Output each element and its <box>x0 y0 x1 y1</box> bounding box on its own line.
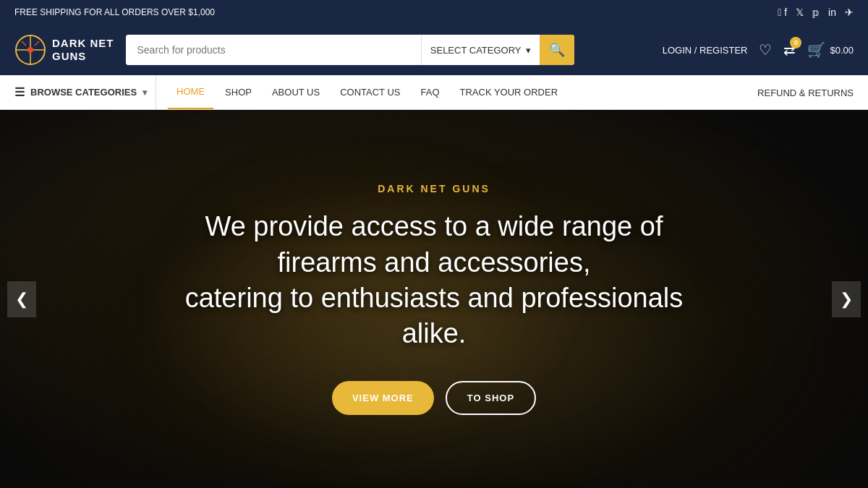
nav-link-faq[interactable]: FAQ <box>412 75 448 109</box>
hero-prev-button[interactable]: ❮ <box>7 281 36 317</box>
pinterest-icon[interactable]: 𝕡 <box>812 7 820 18</box>
cart-price: $0.00 <box>830 45 854 56</box>
nav-link-about[interactable]: ABOUT US <box>263 75 328 109</box>
browse-chevron-icon: ▾ <box>142 87 147 98</box>
header: DARK NET GUNS SELECT CATEGORY ▾ 🔍 LOGIN … <box>0 25 868 75</box>
svg-line-4 <box>22 41 26 46</box>
nav-link-track[interactable]: TRACK YOUR ORDER <box>451 75 567 109</box>
hero-next-button[interactable]: ❯ <box>832 281 861 317</box>
compare-badge: 0 <box>790 37 801 48</box>
hero-title: We provide access to a wide range of fir… <box>159 209 709 352</box>
chevron-right-icon: ❯ <box>840 290 853 309</box>
hero-content: DARK NET GUNS We provide access to a wid… <box>145 183 723 415</box>
search-icon: 🔍 <box>549 42 565 58</box>
main-nav: ☰ BROWSE CATEGORIES ▾ HOME SHOP ABOUT US… <box>0 75 868 110</box>
browse-categories-button[interactable]: ☰ BROWSE CATEGORIES ▾ <box>14 75 156 109</box>
search-button[interactable]: 🔍 <box>540 35 574 65</box>
chevron-left-icon: ❮ <box>15 290 28 309</box>
login-register-link[interactable]: LOGIN / REGISTER <box>663 45 748 56</box>
nav-links: HOME SHOP ABOUT US CONTACT US FAQ TRACK … <box>156 75 566 109</box>
nav-link-home[interactable]: HOME <box>168 75 213 109</box>
browse-categories-label: BROWSE CATEGORIES <box>30 87 137 98</box>
cart-icon: 🛒 <box>807 41 825 59</box>
logo-text: DARK NET GUNS <box>52 37 114 63</box>
linkedin-icon[interactable]: in <box>828 7 836 18</box>
view-more-button[interactable]: VIEW MORE <box>332 381 434 415</box>
cart-button[interactable]: 🛒 $0.00 <box>807 41 854 59</box>
refund-returns-link[interactable]: REFUND & RETURNS <box>757 87 854 98</box>
chevron-down-icon: ▾ <box>526 45 531 56</box>
to-shop-button[interactable]: TO SHOP <box>446 381 536 415</box>
twitter-icon[interactable]: 𝕏 <box>796 7 804 18</box>
hero-section: ❮ DARK NET GUNS We provide access to a w… <box>0 110 868 488</box>
svg-point-3 <box>27 47 33 53</box>
header-actions: LOGIN / REGISTER ♡ ⇄ 0 🛒 $0.00 <box>663 41 854 59</box>
hero-brand: DARK NET GUNS <box>159 183 709 194</box>
nav-link-shop[interactable]: SHOP <box>216 75 260 109</box>
top-bar: FREE SHIPPING FOR ALL ORDERS OVER $1,000… <box>0 0 868 25</box>
telegram-icon[interactable]: ✈ <box>845 7 854 18</box>
compare-button[interactable]: ⇄ 0 <box>783 41 796 59</box>
wishlist-button[interactable]: ♡ <box>759 41 772 59</box>
category-dropdown[interactable]: SELECT CATEGORY ▾ <box>421 35 540 65</box>
logo-icon <box>14 34 46 66</box>
search-input[interactable] <box>126 35 421 65</box>
svg-line-5 <box>35 41 39 46</box>
hero-buttons: VIEW MORE TO SHOP <box>159 381 709 415</box>
hamburger-icon: ☰ <box>14 85 25 99</box>
facebook-icon[interactable]:  f <box>778 7 787 18</box>
search-bar: SELECT CATEGORY ▾ 🔍 <box>126 35 574 65</box>
nav-right: REFUND & RETURNS <box>757 86 854 99</box>
shipping-text: FREE SHIPPING FOR ALL ORDERS OVER $1,000 <box>14 7 215 17</box>
nav-link-contact[interactable]: CONTACT US <box>331 75 409 109</box>
logo[interactable]: DARK NET GUNS <box>14 34 114 66</box>
heart-icon: ♡ <box>759 42 772 58</box>
social-links:  f 𝕏 𝕡 in ✈ <box>778 7 854 18</box>
